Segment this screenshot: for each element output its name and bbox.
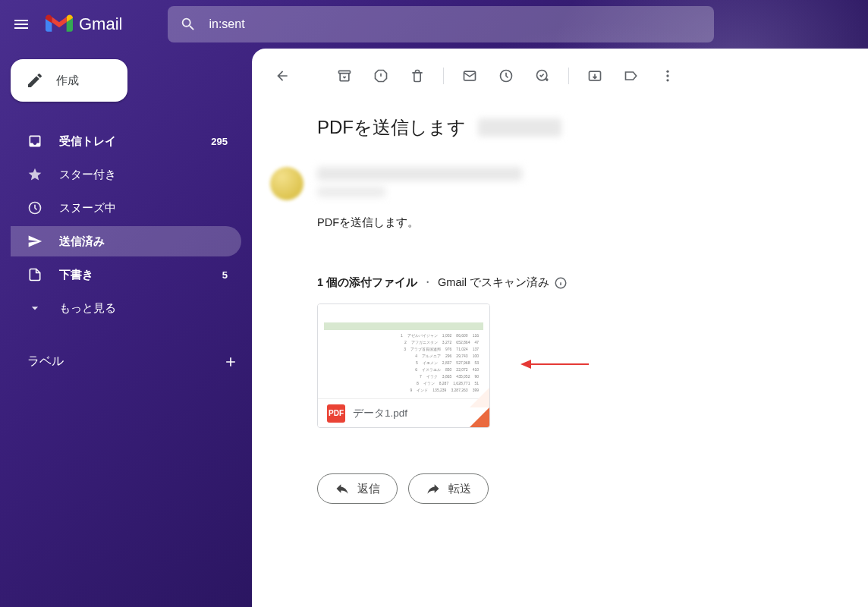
sidebar-item-more[interactable]: もっと見る (11, 293, 241, 323)
clock-icon (498, 68, 514, 83)
sidebar-item-label: 受信トレイ (59, 134, 116, 149)
compose-label: 作成 (56, 74, 79, 88)
forward-label: 転送 (448, 482, 471, 496)
svg-marker-11 (520, 360, 531, 369)
message-subject: PDFを送信します (317, 115, 822, 140)
report-spam-button[interactable] (366, 61, 396, 91)
trash-icon (410, 68, 425, 83)
sidebar-item-count: 295 (211, 136, 228, 147)
message-text: PDFを送信します。 (317, 215, 822, 230)
reply-label: 返信 (357, 482, 380, 496)
forward-icon (426, 481, 441, 496)
more-vert-icon (660, 68, 675, 83)
mail-icon (462, 68, 477, 83)
search-bar[interactable] (168, 6, 714, 42)
file-icon (27, 267, 42, 282)
sidebar-item-snoozed[interactable]: スヌーズ中 (11, 193, 241, 223)
sidebar-nav: 受信トレイ 295 スター付き スヌーズ中 送信済み 下書き 5 (11, 126, 252, 323)
sidebar-item-drafts[interactable]: 下書き 5 (11, 259, 241, 290)
page-fold-icon (470, 407, 489, 427)
archive-icon (337, 68, 352, 83)
toolbar-separator (568, 68, 569, 84)
attachment-thumbnail: 1アゼルバイジャン1,00286,600116 2アフガニスタン3,272652… (318, 304, 489, 398)
labels-title: ラベル (27, 354, 64, 370)
arrow-back-icon (275, 68, 290, 83)
labels-section-header: ラベル (11, 354, 252, 370)
report-icon (373, 68, 388, 83)
sidebar-item-label: 下書き (59, 268, 93, 282)
sidebar-item-label: もっと見る (59, 301, 116, 316)
gmail-logo-text: Gmail (79, 14, 122, 34)
svg-point-8 (666, 79, 668, 81)
message-toolbar (252, 61, 868, 100)
task-add-icon (535, 68, 550, 83)
annotation-arrow (520, 355, 589, 376)
chevron-down-icon (27, 300, 42, 316)
forward-button[interactable]: 転送 (408, 473, 489, 504)
pdf-badge-icon: PDF (327, 404, 345, 423)
sidebar-item-count: 5 (222, 269, 228, 281)
reply-icon (335, 481, 350, 496)
plus-icon[interactable] (223, 354, 238, 370)
delete-button[interactable] (402, 61, 432, 91)
archive-button[interactable] (329, 61, 360, 91)
inbox-icon (27, 134, 42, 149)
snooze-button[interactable] (491, 61, 521, 91)
message-body: PDFを送信します PDFを送信します。 1 個の添付ファイル ・ Gmail … (252, 100, 868, 534)
back-button[interactable] (267, 61, 297, 91)
svg-point-6 (666, 71, 668, 73)
sidebar-item-sent[interactable]: 送信済み (11, 226, 241, 256)
reply-button[interactable]: 返信 (317, 473, 398, 504)
move-icon (587, 68, 602, 83)
svg-rect-1 (339, 71, 351, 73)
attachment-card[interactable]: 1アゼルバイジャン1,00286,600116 2アフガニスタン3,272652… (317, 304, 490, 428)
star-icon (27, 167, 42, 182)
gmail-logo-icon (46, 14, 73, 35)
sender-info-redacted (317, 167, 522, 197)
attachments-count: 1 個の添付ファイル (317, 275, 417, 290)
svg-point-7 (666, 74, 668, 77)
avatar (270, 167, 303, 200)
info-icon[interactable] (554, 276, 568, 290)
header: Gmail (0, 0, 868, 49)
sidebar-item-label: スター付き (59, 168, 116, 182)
add-task-button[interactable] (527, 61, 558, 91)
redacted-label (478, 118, 561, 137)
message-actions: 返信 転送 (317, 473, 822, 504)
labels-button[interactable] (616, 61, 646, 91)
sidebar-item-starred[interactable]: スター付き (11, 159, 241, 190)
sidebar-item-label: スヌーズ中 (59, 201, 116, 215)
more-button[interactable] (653, 61, 683, 91)
attachment-footer: PDF データ1.pdf (318, 398, 489, 427)
toolbar-separator (443, 68, 444, 84)
sender-block (270, 167, 822, 200)
label-icon (624, 68, 639, 83)
message-pane: PDFを送信します PDFを送信します。 1 個の添付ファイル ・ Gmail … (252, 49, 868, 607)
attachments-header: 1 個の添付ファイル ・ Gmail でスキャン済み (317, 275, 822, 290)
search-icon (180, 16, 197, 33)
attachment-filename: データ1.pdf (353, 407, 407, 420)
compose-button[interactable]: 作成 (11, 59, 127, 102)
mark-unread-button[interactable] (454, 61, 485, 91)
send-icon (27, 234, 42, 249)
subject-text: PDFを送信します (317, 115, 466, 140)
sidebar-item-label: 送信済み (59, 234, 105, 249)
clock-icon (27, 200, 42, 215)
pencil-icon (26, 71, 44, 90)
main-menu-button[interactable] (12, 15, 30, 33)
gmail-logo[interactable]: Gmail (46, 14, 122, 35)
attachments-scanned-text: Gmail でスキャン済み (438, 275, 549, 290)
move-to-button[interactable] (580, 61, 610, 91)
sidebar-item-inbox[interactable]: 受信トレイ 295 (11, 126, 241, 156)
search-input[interactable] (209, 17, 702, 31)
sidebar: 作成 受信トレイ 295 スター付き スヌーズ中 送信済み 下書き (0, 49, 252, 607)
